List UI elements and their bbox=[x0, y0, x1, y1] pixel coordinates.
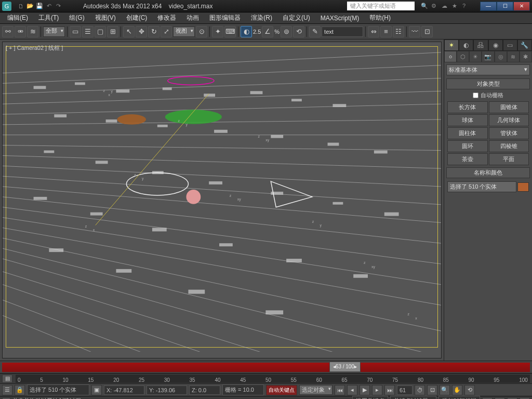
object-color-swatch[interactable] bbox=[517, 182, 529, 192]
auto-key-button[interactable]: 自动关键点 bbox=[266, 385, 297, 395]
motion-tab-icon[interactable]: ◉ bbox=[488, 39, 503, 51]
plane-button[interactable]: 平面 bbox=[489, 153, 529, 165]
zoom-icon[interactable]: 🔍 bbox=[440, 385, 450, 395]
geosphere-button[interactable]: 几何球体 bbox=[489, 114, 529, 126]
select-by-name-icon[interactable]: ☰ bbox=[82, 26, 94, 37]
help-icon[interactable]: ? bbox=[462, 3, 470, 10]
menu-rendering[interactable]: 渲染(R) bbox=[246, 12, 277, 23]
add-time-tag[interactable]: 添加时间标记 bbox=[438, 396, 480, 399]
selection-filter-combo[interactable]: 全部 bbox=[43, 26, 65, 37]
cylinder-button[interactable]: 圆柱体 bbox=[447, 127, 488, 139]
scale-icon[interactable]: ⤢ bbox=[161, 26, 172, 37]
undo-icon[interactable]: ↶ bbox=[45, 2, 53, 10]
select-manipulate-icon[interactable]: ✦ bbox=[212, 26, 223, 37]
save-icon[interactable]: 💾 bbox=[35, 2, 44, 10]
use-pivot-icon[interactable]: ⊙ bbox=[196, 26, 207, 37]
align-icon[interactable]: ≡ bbox=[380, 26, 392, 37]
open-icon[interactable]: 📂 bbox=[26, 2, 34, 10]
infocenter-search[interactable]: 键入关键字或短语 bbox=[347, 2, 415, 10]
viewport-nav2-icon[interactable]: ◫ bbox=[495, 397, 505, 400]
object-type-rollout[interactable]: 对象类型 bbox=[446, 78, 530, 89]
display-tab-icon[interactable]: ▭ bbox=[503, 39, 517, 51]
subscription-icon[interactable]: ⚙ bbox=[431, 3, 438, 10]
percent-snap-icon[interactable]: ⊚ bbox=[281, 26, 292, 37]
close-button[interactable]: ✕ bbox=[513, 2, 530, 11]
pyramid-button[interactable]: 四棱锥 bbox=[489, 140, 529, 152]
prompt-icon[interactable]: ▸ bbox=[2, 397, 10, 400]
systems-icon[interactable]: ✱ bbox=[520, 51, 532, 62]
bind-space-warp-icon[interactable]: ≋ bbox=[27, 26, 38, 37]
exchange-icon[interactable]: ☁ bbox=[442, 3, 449, 10]
named-selection-input[interactable] bbox=[322, 26, 363, 37]
edit-named-sel-icon[interactable]: ✎ bbox=[309, 26, 321, 37]
app-icon[interactable]: G bbox=[2, 2, 11, 11]
menu-graphed[interactable]: 图形编辑器 bbox=[204, 12, 246, 23]
key-filters-button[interactable]: 关键点过滤器... bbox=[390, 396, 436, 399]
new-icon[interactable]: 🗋 bbox=[17, 2, 25, 10]
menu-animation[interactable]: 动画 bbox=[181, 12, 204, 23]
prev-frame-icon[interactable]: ◂ bbox=[347, 385, 357, 395]
modify-tab-icon[interactable]: ◐ bbox=[459, 39, 473, 51]
goto-end-icon[interactable]: ⏭ bbox=[384, 385, 395, 395]
helpers-icon[interactable]: ◎ bbox=[495, 51, 507, 62]
select-icon[interactable]: ↖ bbox=[123, 26, 135, 37]
ref-coord-combo[interactable]: 视图 bbox=[173, 26, 195, 37]
link-icon[interactable]: ⚯ bbox=[2, 26, 14, 37]
lock-selection-icon[interactable]: 🔒 bbox=[15, 385, 25, 395]
goto-start-icon[interactable]: ⏮ bbox=[335, 385, 345, 395]
menu-create[interactable]: 创建(C) bbox=[121, 12, 153, 23]
hierarchy-tab-icon[interactable]: 品 bbox=[473, 39, 488, 51]
spinner-snap-icon[interactable]: ⟲ bbox=[293, 26, 304, 37]
key-mode-combo[interactable]: 选定对象 bbox=[299, 385, 332, 395]
zoom-extents-icon[interactable]: ⊡ bbox=[427, 385, 437, 395]
menu-views[interactable]: 视图(V) bbox=[90, 12, 121, 23]
play-icon[interactable]: ▶ bbox=[360, 385, 370, 395]
create-tab-icon[interactable]: ✶ bbox=[444, 39, 459, 51]
trackbar-open-icon[interactable]: ▤ bbox=[2, 375, 12, 383]
name-color-rollout[interactable]: 名称和颜色 bbox=[446, 167, 530, 178]
time-slider-handle[interactable]: ◂ 63 / 100 ▸ bbox=[329, 362, 361, 372]
menu-edit[interactable]: 编辑(E) bbox=[2, 12, 33, 23]
move-icon[interactable]: ✥ bbox=[136, 26, 147, 37]
time-slider-track[interactable]: ◂ 63 / 100 ▸ bbox=[2, 363, 530, 372]
shapes-icon[interactable]: ⬡ bbox=[457, 51, 469, 62]
window-crossing-icon[interactable]: ⊞ bbox=[107, 26, 118, 37]
tube-button[interactable]: 管状体 bbox=[489, 127, 529, 139]
layers-icon[interactable]: ☷ bbox=[393, 26, 404, 37]
coord-y[interactable]: Y: -139.06 bbox=[147, 385, 187, 395]
menu-tools[interactable]: 工具(T) bbox=[33, 12, 64, 23]
menu-customize[interactable]: 自定义(U) bbox=[277, 12, 315, 23]
box-button[interactable]: 长方体 bbox=[447, 101, 488, 113]
unlink-icon[interactable]: ⚮ bbox=[15, 26, 26, 37]
auto-grid-checkbox[interactable]: 自动栅格 bbox=[444, 90, 532, 100]
cone-button[interactable]: 圆锥体 bbox=[489, 101, 529, 113]
favorites-icon[interactable]: ★ bbox=[452, 3, 459, 10]
sphere-button[interactable]: 球体 bbox=[447, 114, 488, 126]
time-config-icon[interactable]: ⏱ bbox=[415, 385, 425, 395]
cameras-icon[interactable]: 📷 bbox=[482, 51, 494, 62]
schematic-view-icon[interactable]: ⊡ bbox=[421, 26, 433, 37]
lights-icon[interactable]: ☀ bbox=[469, 51, 482, 62]
viewport-camera02[interactable]: [ + ] Camera02 ] 线框 ] bbox=[2, 42, 442, 358]
menu-help[interactable]: 帮助(H) bbox=[364, 12, 396, 23]
viewport-nav4-icon[interactable]: ⊡ bbox=[520, 397, 530, 400]
maximize-button[interactable]: ☐ bbox=[497, 2, 513, 11]
menu-group[interactable]: 组(G) bbox=[64, 12, 89, 23]
redo-icon[interactable]: ↷ bbox=[54, 2, 62, 10]
torus-button[interactable]: 圆环 bbox=[447, 140, 488, 152]
pan-icon[interactable]: ✋ bbox=[452, 385, 462, 395]
viewport-nav1-icon[interactable]: ⊞ bbox=[482, 397, 493, 400]
viewport-nav3-icon[interactable]: ⤢ bbox=[507, 397, 517, 400]
current-frame-field[interactable]: 61 bbox=[397, 385, 413, 395]
select-region-icon[interactable]: ▢ bbox=[95, 26, 106, 37]
time-ruler[interactable]: 0510 152025 303540 455055 606570 758085 … bbox=[16, 375, 530, 383]
rotate-icon[interactable]: ↻ bbox=[148, 26, 159, 37]
mirror-icon[interactable]: ⇔ bbox=[368, 26, 379, 37]
category-dropdown[interactable]: 标准基本体▾ bbox=[446, 64, 530, 75]
curve-editor-icon[interactable]: 〰 bbox=[409, 26, 420, 37]
coord-x[interactable]: X: -47.812 bbox=[104, 385, 144, 395]
next-frame-icon[interactable]: ▸ bbox=[372, 385, 382, 395]
object-name-field[interactable]: 选择了 510 个实体 bbox=[447, 181, 516, 192]
teapot-button[interactable]: 茶壶 bbox=[447, 153, 488, 165]
set-key-button[interactable]: 设置关键点 bbox=[352, 396, 388, 399]
